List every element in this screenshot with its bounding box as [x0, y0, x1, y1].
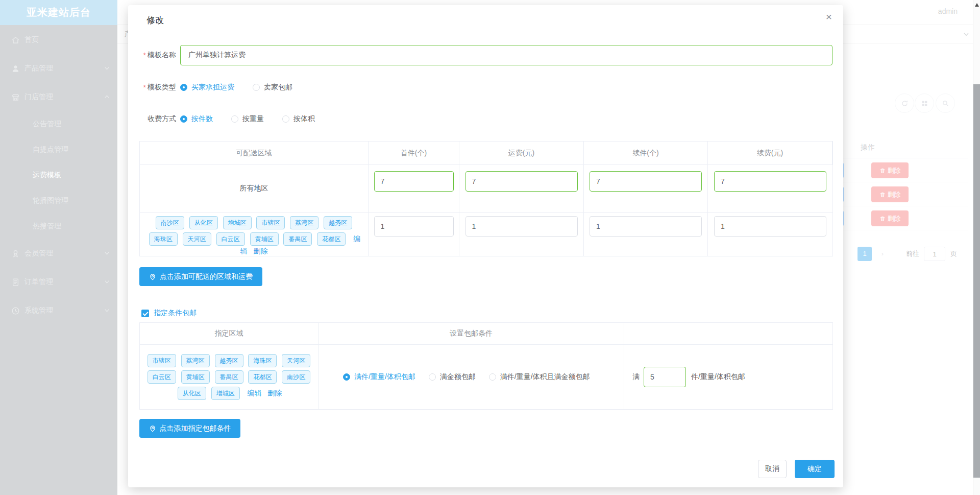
radio-icon: [429, 373, 436, 381]
template-type-radio-group: 买家承担运费 卖家包邮: [180, 78, 311, 97]
region-tag: 市辖区: [256, 216, 285, 229]
region-tag: 越秀区: [324, 216, 352, 229]
region-tag: 天河区: [282, 354, 310, 367]
cancel-button[interactable]: 取消: [758, 460, 787, 478]
region-cell: 所有地区: [140, 165, 369, 212]
template-name-input[interactable]: [180, 45, 832, 65]
region-tag: 南沙区: [282, 370, 310, 384]
radio-icon: [180, 84, 187, 91]
charge-mode-radio[interactable]: 按体积: [282, 114, 315, 124]
close-icon[interactable]: ×: [826, 11, 832, 22]
all-regions-row: 所有地区: [140, 165, 832, 213]
page-scrollbar[interactable]: [973, 0, 980, 495]
column-header: 首件(个): [369, 142, 459, 164]
radio-icon: [343, 373, 350, 381]
scrollbar-up-arrow[interactable]: [975, 3, 979, 7]
region-tag: 海珠区: [248, 354, 277, 367]
radio-icon: [282, 115, 289, 123]
delete-regions-link[interactable]: 删除: [253, 247, 267, 255]
free-shipping-condition-toggle[interactable]: 指定条件包邮: [141, 309, 197, 318]
template-type-radio[interactable]: 买家承担运费: [180, 83, 234, 92]
additional-item-input[interactable]: [590, 171, 702, 192]
charge-mode-label: 收费方式: [137, 110, 176, 128]
region-tag: 增城区: [223, 216, 252, 229]
region-tag: 天河区: [183, 232, 211, 246]
checkbox-checked-icon: [141, 310, 149, 317]
charge-mode-radio-group: 按件数 按重量 按体积: [180, 110, 333, 128]
region-tag: 增城区: [211, 387, 240, 400]
threshold-suffix: 件/重量/体积包邮: [691, 372, 745, 382]
free-shipping-table: 指定区域 设置包邮条件 市辖区 荔湾区 越秀区 海珠区: [139, 322, 833, 410]
additional-item-input[interactable]: [590, 216, 702, 237]
region-tag: 荔湾区: [290, 216, 318, 229]
location-pin-icon: [149, 425, 156, 432]
shipping-fee-table-header: 可配送区域 首件(个) 运费(元) 续件(个) 续费(元): [140, 142, 832, 165]
shipping-fee-table: 可配送区域 首件(个) 运费(元) 续件(个) 续费(元) 所有地区: [139, 141, 833, 256]
region-tag: 白云区: [216, 232, 245, 246]
specified-regions-cell: 市辖区 荔湾区 越秀区 海珠区 天河区 白云区 黄埔区: [140, 345, 318, 409]
column-header: 续件(个): [584, 142, 708, 164]
edit-regions-link[interactable]: 编辑: [247, 389, 261, 397]
condition-radio[interactable]: 满金额包邮: [429, 372, 476, 382]
template-type-radio[interactable]: 卖家包邮: [253, 83, 292, 92]
region-tag: 越秀区: [215, 354, 243, 367]
radio-icon: [253, 84, 260, 91]
scrollbar-thumb[interactable]: [973, 84, 980, 478]
threshold-prefix: 满: [632, 372, 640, 382]
column-header: 指定区域: [140, 323, 318, 344]
confirm-button[interactable]: 确定: [795, 460, 835, 478]
first-item-input[interactable]: [374, 216, 454, 237]
threshold-input[interactable]: [644, 367, 686, 387]
add-free-shipping-condition-button[interactable]: 点击添加指定包邮条件: [139, 419, 240, 438]
region-tag: 南沙区: [156, 216, 184, 229]
radio-icon: [489, 373, 496, 381]
condition-radio[interactable]: 满件/重量/体积且满金额包邮: [489, 372, 590, 382]
region-tag: 黄埔区: [250, 232, 279, 246]
radio-icon: [180, 115, 187, 123]
edit-template-dialog: 修改 × 模板名称 模板类型 买家承担运费 卖家包邮 收费方式: [128, 5, 843, 487]
region-tag: 番禺区: [283, 232, 312, 246]
column-header: 设置包邮条件: [318, 323, 624, 344]
free-shipping-row: 市辖区 荔湾区 越秀区 海珠区 天河区 白云区 黄埔区: [140, 345, 832, 409]
region-tag: 白云区: [148, 370, 176, 384]
region-tag: 花都区: [317, 232, 346, 246]
region-tag: 荔湾区: [181, 354, 210, 367]
add-delivery-area-button[interactable]: 点击添加可配送的区域和运费: [139, 267, 262, 286]
column-header: 可配送区域: [140, 142, 369, 164]
region-tag: 黄埔区: [181, 370, 210, 384]
delete-regions-link[interactable]: 删除: [267, 389, 282, 397]
column-header: 运费(元): [459, 142, 584, 164]
region-tag: 海珠区: [149, 232, 178, 246]
charge-mode-radio[interactable]: 按件数: [180, 114, 213, 124]
charge-mode-radio[interactable]: 按重量: [231, 114, 264, 124]
screen: 亚米建站后台 首页 产品管理 门店管理: [0, 0, 980, 495]
column-header: 续费(元): [708, 142, 832, 164]
template-name-label: 模板名称: [137, 45, 176, 65]
first-fee-input[interactable]: [465, 171, 578, 192]
dialog-title: 修改: [146, 14, 164, 26]
location-pin-icon: [149, 273, 156, 280]
template-type-label: 模板类型: [137, 78, 176, 97]
region-tag: 花都区: [248, 370, 277, 384]
condition-radio[interactable]: 满件/重量/体积包邮: [343, 372, 415, 382]
condition-radio-group: 满件/重量/体积包邮 满金额包邮 满件/重量/体积且满金额包邮: [318, 345, 624, 409]
custom-regions-row: 南沙区 从化区 增城区 市辖区 荔湾区 越秀区 海珠区: [140, 213, 832, 256]
additional-fee-input[interactable]: [714, 216, 826, 237]
first-fee-input[interactable]: [465, 216, 578, 237]
first-item-input[interactable]: [374, 171, 454, 192]
column-header-empty: [624, 323, 832, 344]
additional-fee-input[interactable]: [714, 171, 826, 192]
region-tag: 从化区: [189, 216, 218, 229]
region-tag: 从化区: [178, 387, 206, 400]
threshold-cell: 满 件/重量/体积包邮: [624, 345, 832, 409]
region-tags-cell: 南沙区 从化区 增城区 市辖区 荔湾区 越秀区 海珠区: [140, 213, 369, 256]
radio-icon: [231, 115, 238, 123]
region-tag: 番禺区: [215, 370, 243, 384]
free-shipping-table-header: 指定区域 设置包邮条件: [140, 323, 832, 345]
region-tag: 市辖区: [148, 354, 176, 367]
